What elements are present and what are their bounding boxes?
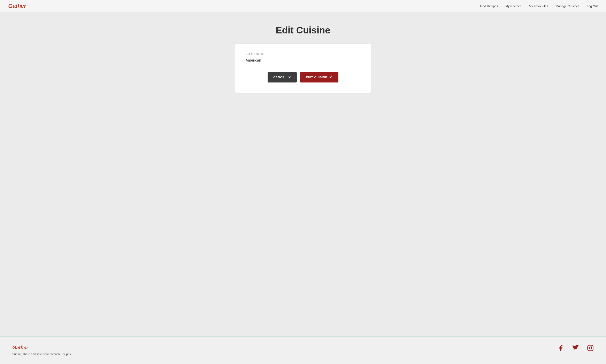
cuisine-name-group: Cuisine Name (246, 52, 361, 64)
footer-logo: Gather (12, 345, 72, 351)
edit-icon (329, 75, 333, 80)
my-recipes-link[interactable]: My Recipes (505, 4, 521, 8)
log-out-link[interactable]: Log Out (587, 4, 598, 8)
facebook-icon (558, 345, 564, 351)
page-title: Edit Cuisine (276, 25, 330, 36)
edit-cuisine-button[interactable]: EDIT CUISINE (300, 72, 338, 82)
svg-point-1 (589, 347, 592, 349)
cuisine-name-label: Cuisine Name (246, 52, 361, 55)
footer-tagline: Submit, share and save your favourite re… (12, 352, 72, 356)
find-recipes-link[interactable]: Find Recipes (480, 4, 498, 8)
twitter-link[interactable] (572, 345, 579, 353)
cancel-icon: ✕ (288, 76, 291, 79)
edit-button-label: EDIT CUISINE (306, 76, 327, 79)
cancel-button-label: CANCEL (273, 76, 286, 79)
cancel-button[interactable]: CANCEL ✕ (268, 72, 297, 82)
footer-social (558, 345, 594, 353)
main-nav: Find Recipes My Recipes My Favourites Ma… (480, 4, 598, 8)
facebook-link[interactable] (558, 345, 564, 353)
instagram-icon (587, 345, 594, 351)
main-content: Edit Cuisine Cuisine Name CANCEL ✕ EDIT … (0, 12, 606, 336)
footer-left: Gather Submit, share and save your favou… (12, 345, 72, 356)
svg-point-2 (592, 346, 592, 347)
manage-cuisines-link[interactable]: Manage Cuisines (556, 4, 579, 8)
instagram-link[interactable] (587, 345, 594, 353)
site-footer: Gather Submit, share and save your favou… (0, 336, 606, 364)
form-button-row: CANCEL ✕ EDIT CUISINE (246, 72, 361, 82)
svg-rect-0 (588, 345, 593, 351)
twitter-icon (572, 345, 579, 351)
cuisine-name-input[interactable] (246, 57, 361, 64)
site-header: Gather Find Recipes My Recipes My Favour… (0, 0, 606, 12)
site-logo: Gather (8, 3, 26, 9)
edit-cuisine-form-card: Cuisine Name CANCEL ✕ EDIT CUISINE (235, 44, 371, 93)
my-favourites-link[interactable]: My Favourites (529, 4, 548, 8)
